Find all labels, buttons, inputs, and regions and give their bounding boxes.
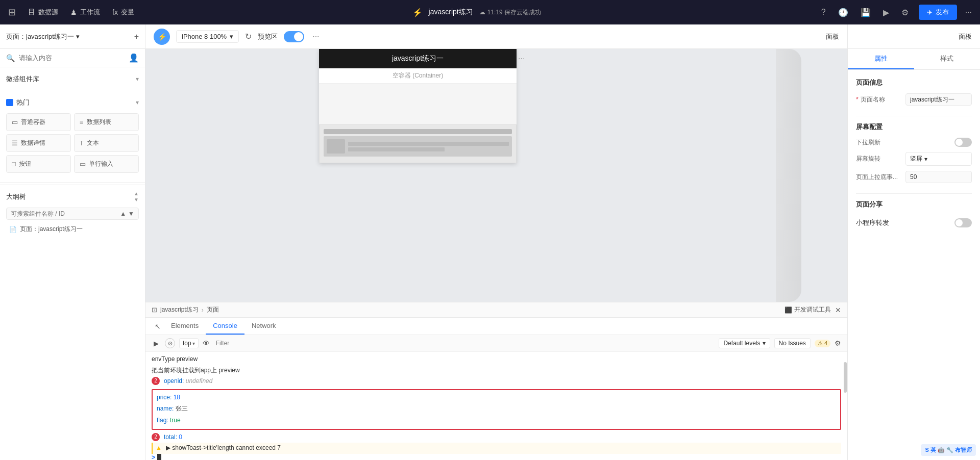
tab-console[interactable]: Console	[206, 318, 244, 335]
wechat-section-title: 微搭组件库	[6, 74, 39, 84]
tab-styles[interactable]: 样式	[914, 49, 981, 69]
component-input[interactable]: ▭ 单行输入	[74, 155, 139, 173]
warn-count: 4	[824, 340, 827, 346]
preview-switch[interactable]	[284, 31, 304, 42]
right-tabs: 属性 样式	[848, 49, 980, 70]
grid-icon[interactable]: ⊞	[8, 7, 16, 18]
filter-input[interactable]	[214, 339, 715, 348]
warn-triangle: ▲	[156, 443, 162, 454]
page-name-row: * 页面名称	[856, 93, 972, 106]
help-button[interactable]: ?	[819, 6, 828, 19]
tab-elements[interactable]: Elements	[164, 318, 206, 335]
outline-down-arrow[interactable]: ▼	[134, 197, 139, 202]
toggle-knob	[294, 32, 303, 41]
nav-more-button[interactable]: ···	[965, 8, 972, 17]
component-text[interactable]: T 文本	[74, 134, 139, 152]
devtab-pointer-icon[interactable]: ↖	[152, 318, 164, 335]
nav-datasource[interactable]: 目 数据源	[28, 8, 58, 17]
section-divider	[0, 182, 145, 183]
phone-screen: javascript练习一 空容器 (Container)	[319, 49, 517, 163]
screen-rotate-arrow: ▾	[924, 156, 927, 163]
workflow-icon: ♟	[70, 8, 77, 16]
pull-bottom-label: 页面上拉底事...	[856, 173, 898, 182]
project-name: javascript练习	[429, 8, 473, 17]
bottom-logo: S 英 🤖 🔧 布智师	[921, 444, 976, 456]
expand-down-btn[interactable]: ▼	[128, 210, 134, 217]
scrollbar-thumb	[844, 362, 847, 393]
add-page-button[interactable]: +	[134, 32, 139, 41]
outline-header: 大纲树 ▲ ▼	[6, 189, 139, 205]
console-line-mount: 把当前环境挂载到app上 preview	[152, 365, 841, 376]
wechat-section-header[interactable]: 微搭组件库 ▾	[6, 71, 139, 87]
close-devtools-button[interactable]: ✕	[835, 306, 841, 314]
page-selector[interactable]: 页面：javascript练习一 ▾	[6, 32, 130, 41]
wechat-collapse-arrow: ▾	[136, 75, 139, 83]
component-button[interactable]: □ 按钮	[6, 155, 71, 173]
outline-page-item[interactable]: 📄 页面：javascript练习一	[6, 223, 139, 236]
pull-refresh-row: 下拉刷新	[856, 138, 972, 147]
button-icon: □	[12, 160, 16, 168]
canvas-more-dots[interactable]: ···	[518, 54, 525, 63]
console-line-envtype: envType preview	[152, 354, 841, 365]
phone-list	[319, 124, 517, 163]
center-area: ⚡ iPhone 8 100% ▾ ↻ 预览区 ··· 面板 javascrip…	[145, 24, 847, 460]
top-label: top	[183, 340, 191, 347]
hot-section-header[interactable]: 热门 ▾	[6, 95, 139, 110]
console-settings-button[interactable]: ⚙	[835, 339, 841, 347]
canvas-area: javascript练习一 空容器 (Container)	[145, 49, 847, 302]
screen-config-title: 屏幕配置	[856, 122, 972, 132]
publish-icon: ✈	[927, 9, 933, 16]
component-grid: ▭ 普通容器 ≡ 数据列表 ☰ 数据详情 T 文本 □ 按钮	[6, 110, 139, 176]
toggle-knob-small	[955, 139, 963, 146]
datalist-label: 数据列表	[87, 118, 111, 126]
console-play-btn[interactable]: ▶	[152, 339, 161, 348]
right-panel-title: 面板	[959, 32, 972, 41]
screen-rotate-select[interactable]: 竖屏 ▾	[905, 152, 972, 166]
tab-properties[interactable]: 属性	[848, 49, 914, 69]
hot-section: 热门 ▾ ▭ 普通容器 ≡ 数据列表 ☰ 数据详情 T	[0, 91, 145, 180]
refresh-button[interactable]: ↻	[245, 32, 252, 41]
dev-tools-panel: ⊡ javascript练习 › 页面 ⬛ 开发调试工具 ✕ ↖ Element…	[145, 302, 847, 460]
search-component-bar: ▲ ▼	[6, 208, 139, 220]
page-info-section: 页面信息 * 页面名称	[856, 78, 972, 106]
play-button[interactable]: ▶	[881, 6, 891, 19]
outline-up-arrow[interactable]: ▲	[134, 191, 139, 196]
file-icon: 📄	[9, 226, 17, 233]
component-datalist[interactable]: ≡ 数据列表	[74, 113, 139, 131]
nav-variable[interactable]: fx 变量	[112, 8, 134, 17]
user-icon[interactable]: 👤	[129, 53, 139, 63]
scrollbar[interactable]	[843, 352, 847, 460]
settings-button[interactable]: ⚙	[899, 6, 911, 19]
screen-rotate-label: 屏幕旋转	[856, 155, 880, 163]
right-panel: 面板 属性 样式 页面信息 * 页面名称 屏幕配置	[847, 24, 980, 460]
preview-toggle-button[interactable]: ⚡	[154, 29, 170, 45]
search-component-input[interactable]	[11, 210, 118, 217]
page-name-input[interactable]	[905, 93, 972, 106]
datasource-label: 数据源	[38, 8, 58, 17]
console-stop-btn[interactable]: ⊘	[165, 338, 175, 348]
brand-logo: ⚡	[412, 8, 423, 17]
nav-workflow[interactable]: ♟ 工作流	[70, 8, 100, 17]
publish-button[interactable]: ✈ 发布	[919, 5, 957, 20]
warn-icon: ⚠	[818, 340, 823, 347]
component-datadetail[interactable]: ☰ 数据详情	[6, 134, 71, 152]
save-button[interactable]: 💾	[859, 6, 873, 19]
eye-button[interactable]: 👁	[203, 339, 210, 347]
datasource-icon: 目	[28, 8, 35, 17]
tab-network[interactable]: Network	[244, 318, 283, 335]
pull-bottom-input[interactable]	[905, 171, 972, 183]
pull-refresh-toggle[interactable]	[954, 138, 972, 147]
datalist-icon: ≡	[80, 118, 84, 126]
phone-title-bar: javascript练习一	[319, 49, 517, 68]
default-levels-selector[interactable]: Default levels ▾	[719, 338, 770, 348]
toolbar-more-button[interactable]: ···	[312, 32, 319, 41]
component-container[interactable]: ▭ 普通容器	[6, 113, 71, 131]
top-indicator[interactable]: top ▾	[179, 338, 199, 348]
console-prompt: >	[152, 454, 841, 460]
phone-title: javascript练习一	[392, 54, 444, 62]
expand-up-btn[interactable]: ▲	[120, 210, 126, 217]
history-button[interactable]: 🕐	[836, 6, 850, 19]
search-input[interactable]	[19, 54, 125, 62]
mini-share-toggle[interactable]	[954, 218, 972, 227]
device-selector[interactable]: iPhone 8 100% ▾	[176, 30, 239, 43]
